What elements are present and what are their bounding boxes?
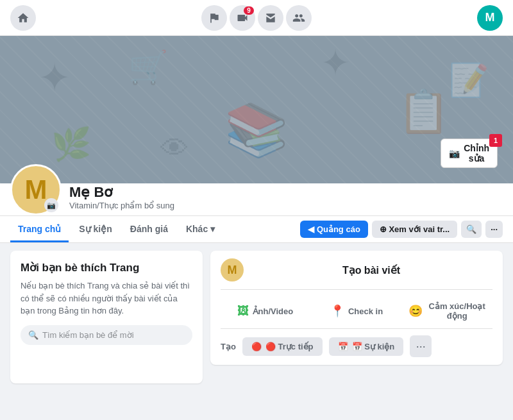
deco-icon-2: 🛒 xyxy=(128,49,168,86)
nav-left xyxy=(10,5,36,31)
camera-icon: 📷 xyxy=(449,148,460,158)
store-nav-button[interactable] xyxy=(258,5,283,31)
more-create-button[interactable]: ··· xyxy=(410,335,432,357)
create-post-header: M Tạo bài viết xyxy=(221,258,492,281)
location-icon: 📍 xyxy=(330,304,344,318)
flag-nav-button[interactable] xyxy=(201,5,227,31)
deco-icon-6: 🌿 xyxy=(51,126,91,163)
deco-icon-5: 📋 xyxy=(398,87,450,136)
more-icon: ··· xyxy=(491,224,498,234)
deco-icon-7: 👁 xyxy=(160,132,189,165)
invite-description: Nếu bạn bè thích Trang và chia sẻ bài vi… xyxy=(21,280,192,317)
edit-cover-button[interactable]: 📷 Chỉnh sửa 1 xyxy=(441,139,498,168)
emotion-activity-button[interactable]: 😊 Cảm xúc/Hoạt động xyxy=(403,296,492,326)
deco-icon-3: 📚 xyxy=(224,100,289,160)
photo-icon: 🖼 xyxy=(237,305,249,318)
deco-icon-1: ✦ xyxy=(38,55,71,100)
xem-vai-tro-button[interactable]: ⊕ Xem với vai tr... xyxy=(372,221,457,238)
cover-photo-area: ✦ 🛒 📚 ✦ 📋 🌿 👁 📝 📷 Chỉnh sửa 1 Chọn từ Ản… xyxy=(0,36,513,183)
nav-center-icons: 9 xyxy=(201,5,312,31)
profile-section: M 📷 Mẹ Bơ Vitamin/Thực phẩm bổ sung xyxy=(0,183,513,216)
invite-friends-panel: Mời bạn bè thích Trang Nếu bạn bè thích … xyxy=(10,251,203,383)
video-nav-button[interactable]: 9 xyxy=(230,5,255,31)
groups-nav-button[interactable] xyxy=(286,5,312,31)
deco-icon-8: 📝 xyxy=(449,62,489,99)
invite-title: Mời bạn bè thích Trang xyxy=(21,261,192,274)
search-icon: 🔍 xyxy=(466,224,476,234)
search-tab-button[interactable]: 🔍 xyxy=(461,221,482,238)
page-avatar: M 📷 xyxy=(10,164,62,215)
more-dots-icon: ··· xyxy=(416,340,426,353)
check-in-button[interactable]: 📍 Check in xyxy=(312,296,401,326)
quang-cao-button[interactable]: ◀ Quảng cáo xyxy=(300,221,368,238)
search-friends-icon: 🔍 xyxy=(28,330,38,340)
cover-badge-1: 1 xyxy=(489,134,502,147)
tab-danh-gia[interactable]: Đánh giá xyxy=(122,216,176,242)
tab-su-kien[interactable]: Sự kiện xyxy=(71,216,119,242)
live-icon: 🔴 xyxy=(251,342,262,351)
photo-video-button[interactable]: 🖼 Ảnh/Video xyxy=(221,296,310,326)
event-button[interactable]: 📅 📅 Sự kiện xyxy=(329,337,404,356)
tab-action-buttons: ◀ Quảng cáo ⊕ Xem với vai tr... 🔍 ··· xyxy=(300,221,503,238)
post-action-row: 🖼 Ảnh/Video 📍 Check in 😊 Cảm xúc/Hoạt độ… xyxy=(221,289,492,326)
main-content: Mời bạn bè thích Trang Nếu bạn bè thích … xyxy=(0,243,513,391)
top-navigation: 9 M xyxy=(0,0,513,36)
video-badge: 9 xyxy=(244,6,254,15)
tab-trang-chu[interactable]: Trang chủ xyxy=(10,216,69,242)
event-icon: 📅 xyxy=(338,342,348,351)
tab-khac[interactable]: Khác ▾ xyxy=(178,216,223,242)
right-panel: M Tạo bài viết 🖼 Ảnh/Video 📍 Check in 😊 … xyxy=(210,251,503,383)
page-name: Mẹ Bơ xyxy=(69,184,503,201)
mini-avatar: M xyxy=(221,258,244,281)
emoji-icon: 😊 xyxy=(408,304,423,318)
home-nav-button[interactable] xyxy=(10,5,36,31)
avatar-camera-button[interactable]: 📷 xyxy=(44,198,58,212)
more-tab-button[interactable]: ··· xyxy=(485,221,503,238)
deco-icon-4: ✦ xyxy=(321,42,350,83)
search-friends-input[interactable]: 🔍 Tìm kiếm bạn bè để mời xyxy=(21,325,192,345)
create-label: Tạo xyxy=(221,342,236,351)
create-row: Tạo 🔴 🔴 Trực tiếp 📅 📅 Sự kiện ··· xyxy=(221,328,492,357)
cover-pattern: ✦ 🛒 📚 ✦ 📋 🌿 👁 📝 xyxy=(0,36,513,183)
profile-row: M 📷 Mẹ Bơ Vitamin/Thực phẩm bổ sung xyxy=(10,183,503,215)
user-avatar[interactable]: M xyxy=(477,5,503,31)
create-post-card: M Tạo bài viết 🖼 Ảnh/Video 📍 Check in 😊 … xyxy=(210,251,503,365)
live-video-button[interactable]: 🔴 🔴 Trực tiếp xyxy=(242,337,323,356)
page-tabs: Trang chủ Sự kiện Đánh giá Khác ▾ ◀ Quản… xyxy=(0,216,513,243)
page-category: Vitamin/Thực phẩm bổ sung xyxy=(69,201,503,210)
create-post-title: Tạo bài viết xyxy=(250,264,492,276)
profile-info: Mẹ Bơ Vitamin/Thực phẩm bổ sung xyxy=(69,184,503,215)
